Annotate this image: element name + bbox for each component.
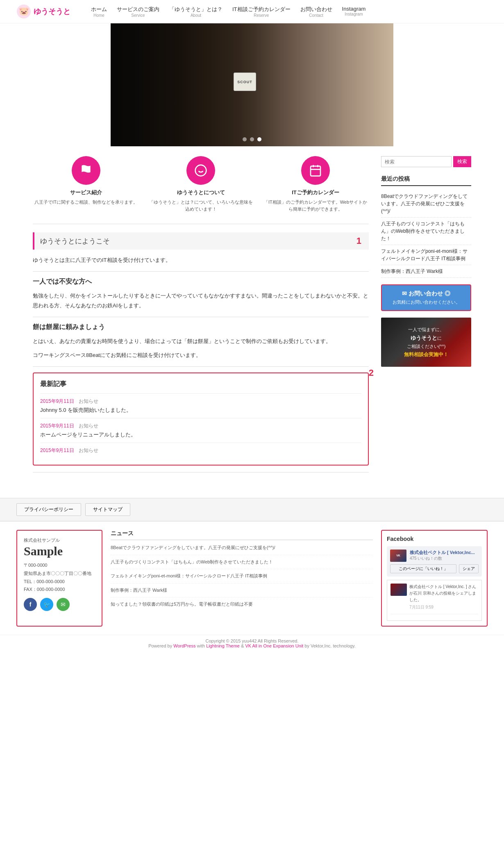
svg-text:🐷: 🐷 <box>19 6 29 16</box>
footer-news-item-2[interactable]: フェルトメイキングponi-et-moni様：サイバーシルクロード八王子 IT相… <box>111 572 373 584</box>
nav-sub-home: Home <box>91 13 107 18</box>
section-alone-body: 勉強をしたり、何かをインストールしたりするときに一人でやっていてもなかなかすすま… <box>33 291 369 310</box>
svg-point-2 <box>195 165 207 176</box>
hero-dot-3[interactable] <box>257 137 261 141</box>
twitter-icon[interactable]: 🐦 <box>40 598 53 611</box>
divider-4 <box>33 366 369 367</box>
nav-sub-about: About <box>169 13 222 18</box>
footer-news-item-3[interactable]: 制作事例：西八王子 Wark様 <box>111 587 373 598</box>
nav-label-reserve: IT相談ご予約カレンダー <box>232 6 291 13</box>
fb-like-btn[interactable]: このページに「いいね！」 <box>390 564 456 573</box>
latest-date-2: 2015年9月11日 <box>40 447 74 453</box>
footer-news-item-0[interactable]: 8Beatでクラウドファンディングをしています。八王子の発展にぜひご支援を(^^… <box>111 544 373 555</box>
footer-fb-title: Facebook <box>387 536 482 542</box>
footer-news-item-1[interactable]: 八王子ものづくりコンテスト「はちもん」のWeb制作をさせていただきました！ <box>111 559 373 570</box>
hero-dot-1[interactable] <box>243 137 247 141</box>
contact-button[interactable]: ✉ お問い合わせ ◎ お気軽にお問い合わせください。 <box>381 284 471 311</box>
logo-text: ゆうそうと <box>34 7 70 16</box>
latest-text-0[interactable]: Johnny 5.0 を販売開始いたしました。 <box>40 407 361 414</box>
theme-link[interactable]: Lightning Theme <box>206 643 240 648</box>
hero-banner: SCOUT <box>111 23 393 146</box>
section-mochi-body1: とはいえ、あなたの貴重なお時間を使うより、場合によっては「餅は餅屋」ということで… <box>33 336 369 346</box>
recent-item-0[interactable]: 8Beatでクラウドファンディングをしています。八王子の発展にぜひご支援を(^^… <box>381 190 471 218</box>
footer-fax: FAX：000-000-0000 <box>24 586 95 594</box>
footer-sample-logo: Sample <box>24 544 95 558</box>
footer-zip: 〒000-0000 <box>24 561 95 570</box>
feature-icon-flag[interactable] <box>72 156 100 185</box>
nav-sub-instagram: Instagram <box>342 12 366 16</box>
footer-facebook-box: Facebook VK 株式会社ベクトル [ Vektor,Inc... 475… <box>381 530 488 627</box>
fb-feed-item-0: 株式会社ベクトル [ Vektor,Inc. ] さんが石川 宗和さんの投稿をシ… <box>390 584 478 614</box>
feature-title-1: サービス紹介 <box>33 189 139 196</box>
nav-item-service[interactable]: サービスのご案内 Service <box>117 6 159 18</box>
annotation-3-area <box>33 476 369 488</box>
wordpress-link[interactable]: WordPress <box>173 643 195 648</box>
and-text: & <box>241 643 245 648</box>
latest-item-2: 2015年9月11日 お知らせ <box>40 443 361 458</box>
latest-item-1: 2015年9月11日 お知らせ ホームページをリニューアルしました。 <box>40 418 361 443</box>
fb-likes-count: 475 いいね！の数 <box>410 556 475 561</box>
latest-cat-2: お知らせ <box>79 447 98 453</box>
fb-feed-thumb-0 <box>390 584 407 596</box>
annotation-1: 1 <box>356 236 361 246</box>
recent-item-2[interactable]: フェルトメイキングponi-et-moni様：サイバーシルクロード八王子 IT相… <box>381 245 471 265</box>
header: 🐷 ゆうそうと ホーム Home サービスのご案内 Service 「ゆうそうと… <box>0 0 504 23</box>
latest-item-0: 2015年9月11日 お知らせ Johnny 5.0 を販売開始いたしました。 <box>40 393 361 418</box>
search-button[interactable]: 検索 <box>453 156 471 167</box>
fb-page-card: VK 株式会社ベクトル [ Vektor,Inc... 475 いいね！の数 こ… <box>387 546 482 577</box>
features-row: サービス紹介 八王子でITに関するご相談、制作などを承ります。 ゆうそうとについ… <box>33 156 369 212</box>
vk-link[interactable]: VK All in One Expansion Unit <box>245 643 303 648</box>
footer-news-item-4[interactable]: 知ってました？領収書の印紙は5万円から。電子帳収書だと印紙は不要 <box>111 601 373 611</box>
hero-mug: SCOUT <box>234 73 256 91</box>
fb-feed[interactable]: 株式会社ベクトル [ Vektor,Inc. ] さんが石川 宗和さんの投稿をシ… <box>387 580 482 621</box>
feature-about: ゆうそうとについて 「ゆうそうと」とは？について、いろいろな意味を込めています！ <box>148 156 254 212</box>
recent-item-3[interactable]: 制作事例：西八王子 Wark様 <box>381 265 471 278</box>
fb-page-name[interactable]: 株式会社ベクトル [ Vektor,Inc... <box>410 550 475 556</box>
nav-item-about[interactable]: 「ゆうそうと」とは？ About <box>169 6 222 18</box>
nav-item-reserve[interactable]: IT相談ご予約カレンダー Reserve <box>232 6 291 18</box>
latest-articles-box: 2 最新記事 2015年9月11日 お知らせ Johnny 5.0 を販売開始い… <box>33 372 369 466</box>
nav-label-home: ホーム <box>91 6 107 13</box>
nav-label-service: サービスのご案内 <box>117 6 159 13</box>
footer-social-icons: f 🐦 ✉ <box>24 598 95 611</box>
search-input[interactable] <box>381 156 452 167</box>
nav-item-instagram[interactable]: Instagram Instagram <box>342 6 366 18</box>
with-text: with <box>197 643 207 648</box>
footer-tel: TEL：000-000-0000 <box>24 578 95 586</box>
flag-icon <box>79 164 93 177</box>
footer-address: 愛知県あま市〇〇〇丁目〇〇番地 <box>24 570 95 578</box>
divider-2 <box>33 271 369 272</box>
email-icon[interactable]: ✉ <box>57 598 70 611</box>
by-text: by Vektor,Inc. technology. <box>304 643 356 648</box>
fb-feed-time-0: 7月11日 9:59 <box>409 604 478 611</box>
recent-item-1[interactable]: 八王子ものづくりコンテスト「はちもん」のWeb制作をさせていただきました！ <box>381 218 471 245</box>
latest-date-1: 2015年9月11日 <box>40 423 74 429</box>
contact-main-text: ✉ お問い合わせ ◎ <box>387 290 465 298</box>
feature-icon-smile[interactable] <box>186 156 215 185</box>
feature-service: サービス紹介 八王子でITに関するご相談、制作などを承ります。 <box>33 156 139 212</box>
fb-action-row: このページに「いいね！」 シェア <box>390 564 479 573</box>
fb-card-header: VK 株式会社ベクトル [ Vektor,Inc... 475 いいね！の数 <box>390 550 479 562</box>
facebook-icon[interactable]: f <box>24 598 37 611</box>
smile-icon <box>194 164 207 177</box>
sitemap-btn[interactable]: サイトマップ <box>85 503 130 516</box>
feature-icon-calendar[interactable] <box>301 156 330 185</box>
hero-dot-2[interactable] <box>250 137 254 141</box>
fb-feed-text-0: 株式会社ベクトル [ Vektor,Inc. ] さんが石川 宗和さんの投稿をシ… <box>409 584 478 603</box>
feature-desc-3: 「IT相談」のご予約カレンダーです。Webサイトから簡単に予約ができます。 <box>262 199 369 212</box>
feature-desc-2: 「ゆうそうと」とは？について、いろいろな意味を込めています！ <box>148 199 254 212</box>
nav-sub-contact: Contact <box>300 13 332 18</box>
fb-share-btn[interactable]: シェア <box>459 564 479 573</box>
nav-label-about: 「ゆうそうと」とは？ <box>169 6 222 13</box>
logo[interactable]: 🐷 ゆうそうと <box>16 4 70 19</box>
section-mochi-body2: コワーキングスペース8Beatにてお気軽にご相談を受け付けています。 <box>33 350 369 360</box>
footer-company-box: 株式会社サンプル Sample 〒000-0000 愛知県あま市〇〇〇丁目〇〇番… <box>16 530 102 627</box>
hero-dots <box>243 137 261 141</box>
calendar-icon <box>309 164 322 177</box>
nav-item-home[interactable]: ホーム Home <box>91 6 107 18</box>
nav-sub-service: Service <box>117 13 159 18</box>
privacy-policy-btn[interactable]: プライバシーポリシー <box>16 503 81 516</box>
nav-item-contact[interactable]: お問い合わせ Contact <box>300 6 332 18</box>
latest-text-1[interactable]: ホームページをリニューアルしました。 <box>40 431 361 438</box>
footer-news-title: ニュース <box>111 530 373 540</box>
